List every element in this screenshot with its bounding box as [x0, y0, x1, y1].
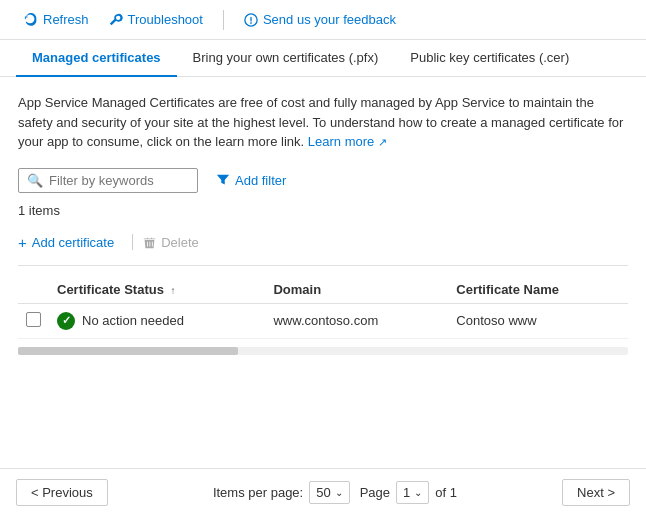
status-cell: No action needed: [57, 312, 257, 330]
certificates-table: Certificate Status ↑ Domain Certificate …: [18, 276, 628, 339]
filter-input-container: 🔍: [18, 168, 198, 193]
filter-row: 🔍 Add filter: [18, 168, 628, 193]
table-cell-checkbox: [18, 303, 49, 338]
status-success-icon: [57, 312, 75, 330]
table-cell-certificate-name: Contoso www: [448, 303, 628, 338]
description-text: App Service Managed Certificates are fre…: [18, 93, 628, 152]
page-label: Page 1 ⌄ of 1: [360, 481, 457, 504]
external-link-icon: ↗: [378, 136, 387, 148]
scrollbar-thumb[interactable]: [18, 347, 238, 355]
items-per-page: Items per page: 50 ⌄: [213, 481, 350, 504]
table-header-checkbox: [18, 276, 49, 304]
troubleshoot-label: Troubleshoot: [128, 12, 203, 27]
toolbar-divider: [223, 10, 224, 30]
table-header-status[interactable]: Certificate Status ↑: [49, 276, 265, 304]
learn-more-link[interactable]: Learn more ↗: [308, 134, 387, 149]
feedback-label: Send us your feedback: [263, 12, 396, 27]
page-select[interactable]: 1 ⌄: [396, 481, 429, 504]
refresh-label: Refresh: [43, 12, 89, 27]
footer: < Previous Items per page: 50 ⌄ Page 1 ⌄…: [0, 468, 646, 516]
refresh-button[interactable]: Refresh: [16, 8, 97, 31]
table-row: No action needed www.contoso.com Contoso…: [18, 303, 628, 338]
add-certificate-button[interactable]: + Add certificate: [18, 230, 122, 255]
main-content: App Service Managed Certificates are fre…: [0, 77, 646, 371]
table-header-certificate-name[interactable]: Certificate Name: [448, 276, 628, 304]
next-button[interactable]: Next >: [562, 479, 630, 506]
troubleshoot-button[interactable]: Troubleshoot: [101, 8, 211, 31]
item-count: 1 items: [18, 203, 628, 218]
filter-keywords-input[interactable]: [49, 173, 189, 188]
feedback-icon: [244, 13, 258, 27]
chevron-down-icon: ⌄: [335, 487, 343, 498]
tab-bring-own-certificates[interactable]: Bring your own certificates (.pfx): [177, 40, 395, 77]
table-cell-domain: www.contoso.com: [265, 303, 448, 338]
add-filter-button[interactable]: Add filter: [208, 169, 294, 192]
wrench-icon: [109, 13, 123, 27]
filter-icon: [216, 173, 230, 187]
search-icon: 🔍: [27, 173, 43, 188]
action-divider: [132, 234, 133, 250]
chevron-down-page-icon: ⌄: [414, 487, 422, 498]
refresh-icon: [24, 13, 38, 27]
action-row: + Add certificate Delete: [18, 230, 628, 266]
row-checkbox[interactable]: [26, 312, 41, 327]
tabs-bar: Managed certificates Bring your own cert…: [0, 40, 646, 77]
plus-icon: +: [18, 234, 27, 251]
tab-public-key-certificates[interactable]: Public key certificates (.cer): [394, 40, 585, 77]
toolbar: Refresh Troubleshoot Send us your feedba…: [0, 0, 646, 40]
table-header-domain[interactable]: Domain: [265, 276, 448, 304]
footer-center: Items per page: 50 ⌄ Page 1 ⌄ of 1: [120, 481, 550, 504]
sort-arrow-icon: ↑: [171, 285, 176, 296]
table-cell-status: No action needed: [49, 303, 265, 338]
items-per-page-select[interactable]: 50 ⌄: [309, 481, 349, 504]
tab-managed-certificates[interactable]: Managed certificates: [16, 40, 177, 77]
feedback-button[interactable]: Send us your feedback: [236, 8, 404, 31]
delete-icon: [143, 236, 156, 249]
delete-button[interactable]: Delete: [143, 231, 207, 254]
previous-button[interactable]: < Previous: [16, 479, 108, 506]
horizontal-scrollbar[interactable]: [18, 347, 628, 355]
